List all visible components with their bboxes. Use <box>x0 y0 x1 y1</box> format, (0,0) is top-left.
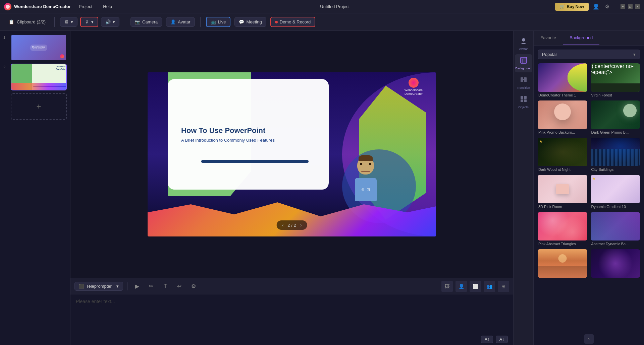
gallery-scroll-down-button[interactable]: › <box>584 334 594 344</box>
clipboard-button[interactable]: 📋 Clipboard (2/2) <box>5 17 49 26</box>
tool-avatar[interactable]: Avatar <box>515 35 532 53</box>
menu-project[interactable]: Project <box>76 3 95 10</box>
live-button[interactable]: 📺 Live <box>206 17 231 27</box>
svg-point-1 <box>522 38 525 42</box>
font-decrease-button[interactable]: A↓ <box>496 336 508 343</box>
teleprompter-text-area[interactable]: Please enter text... <box>70 294 513 334</box>
bg-item-pink-abstract[interactable]: Pink Abstract Triangles <box>538 212 587 246</box>
slide-thumb-2[interactable]: How To Use PowerPoint <box>11 64 67 90</box>
bg-label-dark-green: Dark Green Promo B... <box>591 129 640 134</box>
slide-decorative-line <box>201 160 309 163</box>
teleprompter-icon: ⬛ <box>79 284 84 289</box>
microphone-button[interactable]: 🎙 ▾ <box>80 17 98 27</box>
add-slide-button[interactable]: + <box>11 93 67 120</box>
bg-item-city-buildings[interactable]: City Buildings <box>591 138 640 171</box>
background-tool-label: Background <box>515 67 531 70</box>
teleprompter-pen-button[interactable]: ✏ <box>146 281 157 292</box>
slide-item-2: 2 How To Use PowerPoint <box>3 64 67 90</box>
bg-thumb-pink-promo <box>538 100 587 129</box>
preview-area: How To Use PowerPoint A Brief Introducti… <box>70 31 513 345</box>
scroll-hint-area: › <box>534 333 644 345</box>
tool-background[interactable]: Background <box>515 54 532 72</box>
bg-label-bottom-2 <box>591 278 640 279</box>
svg-rect-10 <box>521 99 523 102</box>
teleprompter-play-button[interactable]: ▶ <box>131 281 143 292</box>
tp-box-button[interactable]: ⬜ <box>470 281 481 292</box>
teleprompter-toolbar: ⬛ Teleprompter ▾ ▶ ✏ T ↩ ⚙ 🖼 👤 ⬜ 👥 ⊞ <box>70 278 513 294</box>
camera-icon: 📷 <box>135 19 140 24</box>
bg-item-bottom-1[interactable] <box>538 249 587 279</box>
teleprompter-footer: A↑ A↓ <box>70 334 513 345</box>
camera-label: Camera <box>142 19 158 24</box>
right-tabs: Favorite Background <box>534 31 644 46</box>
tool-transition[interactable]: Transition <box>515 74 532 92</box>
avatar-body-icon-2: ⊡ <box>367 187 370 192</box>
slide-next-button[interactable]: › <box>300 222 302 228</box>
camera-button[interactable]: 📷 Camera <box>130 17 162 27</box>
speaker-icon: 🔊 <box>105 19 111 24</box>
demo-record-button[interactable]: Demo & Record <box>270 17 315 27</box>
bg-item-democreator[interactable]: DemoCreator Theme 1 <box>538 63 587 97</box>
buy-now-button[interactable]: 🛒 Buy Now <box>555 3 589 11</box>
speaker-label: ▾ <box>113 19 115 24</box>
right-tools: Avatar Background Transition Objects <box>514 31 534 345</box>
bg-label-dynamic-10: Dynamic Gradient 10 <box>591 203 640 209</box>
tp-sep-1 <box>127 282 127 290</box>
bg-item-abstract-dynamic[interactable]: Abstract Dynamic Ba... <box>591 212 640 246</box>
canvas-slide: How To Use PowerPoint A Brief Introducti… <box>148 72 436 236</box>
live-icon: 📺 <box>211 19 216 24</box>
tab-favorite[interactable]: Favorite <box>534 31 563 45</box>
gallery-filter: Popular ▾ <box>538 50 640 59</box>
tool-objects[interactable]: Objects <box>515 93 532 111</box>
avatar-eyes <box>360 163 371 165</box>
meeting-button[interactable]: 💬 Meeting <box>234 17 266 27</box>
font-increase-button[interactable]: A↑ <box>481 336 493 343</box>
slide-thumb-1[interactable]: Share Your Idea, Dazzle The World! <box>11 34 67 61</box>
minimize-button[interactable]: − <box>621 4 625 9</box>
bg-item-virgin-forest[interactable]: ') center/cover no-repeat;"> Virgin Fore… <box>591 63 640 97</box>
menu-help[interactable]: Help <box>100 3 115 10</box>
background-tool-icon <box>520 57 527 66</box>
close-button[interactable]: × <box>635 4 640 9</box>
tp-img-button[interactable]: 🖼 <box>441 281 453 292</box>
bg-item-3d-pink[interactable]: 3D Pink Room <box>538 175 587 209</box>
mic-icon: 🎙 <box>85 19 89 24</box>
screen-record-button[interactable]: 🖥 ▾ <box>60 17 77 27</box>
slide-prev-button[interactable]: ‹ <box>282 222 284 228</box>
background-gallery: Popular ▾ DemoCreator Theme 1 ') center/… <box>534 46 644 333</box>
slide-navigation: ‹ 2 / 2 › <box>277 220 307 230</box>
teleprompter-arrow-button[interactable]: ↩ <box>174 281 185 292</box>
slide-content-box: How To Use PowerPoint A Brief Introducti… <box>168 79 329 190</box>
maximize-button[interactable]: □ <box>628 4 633 9</box>
bg-item-dark-wood[interactable]: ★ Dark Wood at Night <box>538 138 587 171</box>
bg-item-dynamic-10[interactable]: ★ Dynamic Gradient 10 <box>591 175 640 209</box>
tab-background[interactable]: Background <box>563 31 599 45</box>
bg-label-abstract-dynamic: Abstract Dynamic Ba... <box>591 240 640 246</box>
speaker-button[interactable]: 🔊 ▾ <box>101 17 119 27</box>
tab-favorite-label: Favorite <box>540 35 556 40</box>
bg-thumb-bottom-1 <box>538 249 587 278</box>
svg-point-0 <box>6 5 10 9</box>
slide-1-title: Share Your Idea, <box>32 46 45 48</box>
tp-user-button[interactable]: 👥 <box>484 281 495 292</box>
user-icon[interactable]: 👤 <box>593 3 599 10</box>
bg-item-bottom-2[interactable] <box>591 249 640 279</box>
teleprompter-settings-button[interactable]: ⚙ <box>188 281 199 292</box>
avatar-hair <box>359 155 373 161</box>
teleprompter-area: ⬛ Teleprompter ▾ ▶ ✏ T ↩ ⚙ 🖼 👤 ⬜ 👥 ⊞ <box>70 278 513 345</box>
bg-item-pink-promo[interactable]: Pink Promo Backgro... <box>538 100 587 134</box>
bg-item-dark-green[interactable]: Dark Green Promo B... <box>591 100 640 134</box>
bg-thumb-dynamic-10: ★ <box>591 175 640 203</box>
screen-icon: 🖥 <box>64 19 69 24</box>
slide-number-2: 2 <box>3 64 8 69</box>
tp-person-button[interactable]: 👤 <box>455 281 467 292</box>
filter-dropdown[interactable]: Popular ▾ <box>538 50 640 59</box>
bg-label-dark-wood: Dark Wood at Night <box>538 166 587 171</box>
avatar-button[interactable]: 👤 Avatar <box>166 17 195 27</box>
settings-icon[interactable]: ⚙ <box>605 3 609 10</box>
tp-grid-button[interactable]: ⊞ <box>498 281 509 292</box>
teleprompter-placeholder: Please enter text... <box>76 299 115 304</box>
preview-canvas: How To Use PowerPoint A Brief Introducti… <box>70 31 513 278</box>
teleprompter-text-button[interactable]: T <box>160 281 171 292</box>
teleprompter-mode-selector[interactable]: ⬛ Teleprompter ▾ <box>74 282 123 291</box>
